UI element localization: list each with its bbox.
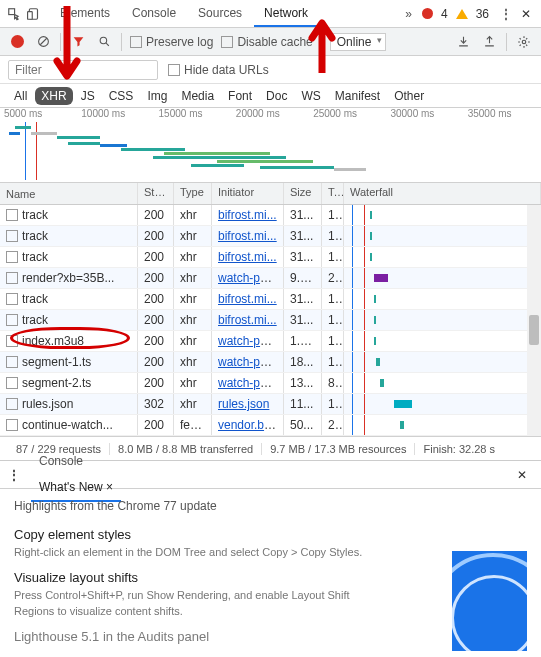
warning-count: 36 [476, 7, 489, 21]
timeline-overview[interactable]: 5000 ms10000 ms15000 ms20000 ms25000 ms3… [0, 108, 541, 183]
disable-cache-checkbox[interactable]: Disable cache [221, 35, 312, 49]
type-filter-manifest[interactable]: Manifest [329, 87, 386, 105]
record-button[interactable] [8, 33, 26, 51]
checkbox-icon[interactable] [6, 209, 18, 221]
col-name[interactable]: Name [0, 183, 138, 204]
filter-funnel-icon[interactable] [69, 33, 87, 51]
issue-counters[interactable]: 4 36 [422, 7, 489, 21]
drawer-close-icon[interactable]: ✕ [511, 468, 533, 482]
type-filter-all[interactable]: All [8, 87, 33, 105]
table-row[interactable]: track200xhrbifrost.mi...31...1... [0, 226, 541, 247]
clear-button[interactable] [34, 33, 52, 51]
type-filter-font[interactable]: Font [222, 87, 258, 105]
divider [60, 33, 61, 51]
warning-triangle-icon [456, 9, 468, 19]
col-initiator[interactable]: Initiator [212, 183, 284, 204]
checkbox-icon[interactable] [6, 377, 18, 389]
drawer-body: Highlights from the Chrome 77 update Cop… [0, 489, 541, 657]
drawer-tab-console[interactable]: Console [31, 448, 121, 474]
scroll-thumb[interactable] [529, 315, 539, 345]
cell-size: 50... [284, 415, 322, 435]
checkbox-icon[interactable] [6, 272, 18, 284]
overview-tick: 5000 ms [0, 108, 77, 119]
initiator-link[interactable]: watch-pag... [218, 355, 283, 369]
initiator-link[interactable]: watch-pag... [218, 334, 283, 348]
section-text: Press Control+Shift+P, run Show Renderin… [14, 588, 384, 619]
cell-initiator: watch-pag... [212, 352, 284, 372]
initiator-link[interactable]: watch-pag... [218, 271, 283, 285]
checkbox-icon[interactable] [6, 356, 18, 368]
panel-tab-network[interactable]: Network [254, 0, 318, 27]
hide-data-urls-checkbox[interactable]: Hide data URLs [168, 63, 269, 77]
initiator-link[interactable]: rules.json [218, 397, 269, 411]
table-row[interactable]: segment-1.ts200xhrwatch-pag...18...1... [0, 352, 541, 373]
type-filter-css[interactable]: CSS [103, 87, 140, 105]
col-type[interactable]: Type [174, 183, 212, 204]
cell-size: 11... [284, 394, 322, 414]
initiator-link[interactable]: watch-pag... [218, 376, 283, 390]
cell-waterfall [344, 205, 541, 225]
inspect-element-icon[interactable] [4, 4, 24, 24]
initiator-link[interactable]: bifrost.mi... [218, 292, 277, 306]
type-filter-xhr[interactable]: XHR [35, 87, 72, 105]
scrollbar-vertical[interactable] [527, 205, 541, 436]
section-text: Right-click an element in the DOM Tree a… [14, 545, 384, 560]
table-row[interactable]: track200xhrbifrost.mi...31...1... [0, 310, 541, 331]
type-filter-ws[interactable]: WS [295, 87, 326, 105]
cell-size: 31... [284, 247, 322, 267]
cell-initiator: watch-pag... [212, 373, 284, 393]
table-row[interactable]: track200xhrbifrost.mi...31...1... [0, 289, 541, 310]
panel-tab-sources[interactable]: Sources [188, 0, 252, 27]
initiator-link[interactable]: vendor.b2... [218, 418, 281, 432]
device-toggle-icon[interactable] [24, 4, 44, 24]
more-tabs-chevron-icon[interactable]: » [401, 1, 416, 27]
preserve-log-checkbox[interactable]: Preserve log [130, 35, 213, 49]
initiator-link[interactable]: bifrost.mi... [218, 250, 277, 264]
type-filter-img[interactable]: Img [141, 87, 173, 105]
col-status[interactable]: Sta... [138, 183, 174, 204]
drawer-menu-icon[interactable]: ⋮ [8, 468, 19, 482]
type-filter-doc[interactable]: Doc [260, 87, 293, 105]
initiator-link[interactable]: bifrost.mi... [218, 313, 277, 327]
cell-waterfall [344, 352, 541, 372]
section-heading: Lighthouse 5.1 in the Audits panel [14, 629, 527, 644]
export-har-icon[interactable] [480, 33, 498, 51]
overview-tick: 10000 ms [77, 108, 154, 119]
type-filter-media[interactable]: Media [175, 87, 220, 105]
table-row[interactable]: track200xhrbifrost.mi...31...1... [0, 247, 541, 268]
initiator-link[interactable]: bifrost.mi... [218, 229, 277, 243]
type-filter-js[interactable]: JS [75, 87, 101, 105]
close-devtools-icon[interactable]: ✕ [515, 7, 537, 21]
panel-tab-elements[interactable]: Elements [50, 0, 120, 27]
hide-data-urls-label: Hide data URLs [184, 63, 269, 77]
overview-tick: 30000 ms [386, 108, 463, 119]
table-row[interactable]: render?xb=35B...200xhrwatch-pag...9.9...… [0, 268, 541, 289]
throttling-select[interactable]: Online [330, 33, 387, 51]
table-row[interactable]: continue-watch...200fetchvendor.b2...50.… [0, 415, 541, 436]
search-icon[interactable] [95, 33, 113, 51]
settings-kebab-icon[interactable]: ⋮ [495, 4, 515, 24]
col-size[interactable]: Size [284, 183, 322, 204]
checkbox-icon[interactable] [6, 398, 18, 410]
initiator-link[interactable]: bifrost.mi... [218, 208, 277, 222]
checkbox-icon[interactable] [6, 314, 18, 326]
table-row[interactable]: index.m3u8200xhrwatch-pag...1.6...1... [0, 331, 541, 352]
col-waterfall[interactable]: Waterfall [344, 183, 541, 204]
checkbox-icon[interactable] [6, 230, 18, 242]
filter-input[interactable] [8, 60, 158, 80]
checkbox-icon[interactable] [6, 419, 18, 431]
col-time[interactable]: T... [322, 183, 344, 204]
table-row[interactable]: segment-2.ts200xhrwatch-pag...13...8... [0, 373, 541, 394]
import-har-icon[interactable] [454, 33, 472, 51]
checkbox-icon[interactable] [6, 251, 18, 263]
cell-waterfall [344, 247, 541, 267]
type-filter-other[interactable]: Other [388, 87, 430, 105]
cell-status: 200 [138, 373, 174, 393]
table-row[interactable]: track200xhrbifrost.mi...31...1... [0, 205, 541, 226]
network-settings-gear-icon[interactable] [515, 33, 533, 51]
checkbox-icon[interactable] [6, 293, 18, 305]
checkbox-icon[interactable] [6, 335, 18, 347]
panel-tab-console[interactable]: Console [122, 0, 186, 27]
drawer-tab-what-s-new[interactable]: What's New × [31, 474, 121, 502]
table-row[interactable]: rules.json302xhrrules.json11...1... [0, 394, 541, 415]
